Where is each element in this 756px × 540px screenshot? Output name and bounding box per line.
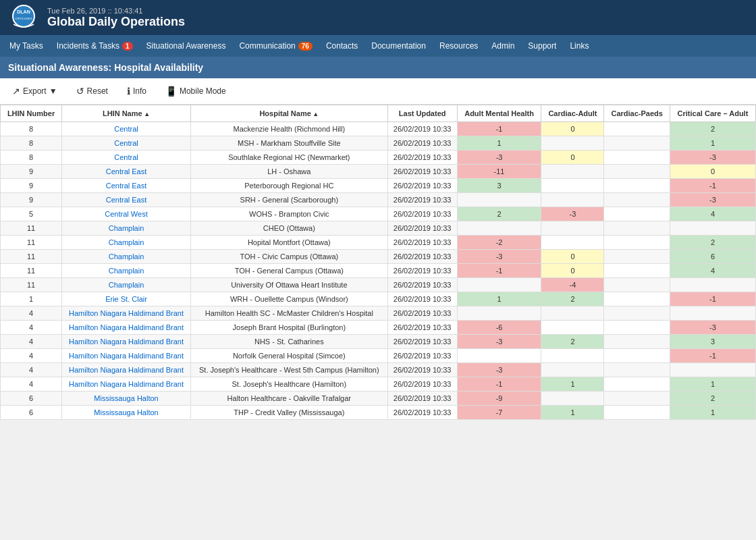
nav-my-tasks-label: My Tasks xyxy=(9,41,43,51)
nav-support[interactable]: Support xyxy=(521,35,563,57)
table-row: 11ChamplainTOH - Civic Campus (Ottawa)26… xyxy=(1,250,756,264)
table-row: 4Hamilton Niagara Haldimand BrantHamilto… xyxy=(1,306,756,321)
nav-situational-awareness[interactable]: Situational Awareness xyxy=(140,35,233,57)
svg-text:DLAN: DLAN xyxy=(17,9,30,14)
header-title: Global Daily Operations xyxy=(47,15,185,29)
table-row: 6Mississauga HaltonHalton Healthcare - O… xyxy=(1,392,756,406)
table-row: 8CentralSouthlake Regional HC (Newmarket… xyxy=(1,151,756,165)
app-logo: DLAN CRITICLINKS xyxy=(7,4,40,31)
col-lhin-name[interactable]: LHIN Name xyxy=(62,105,191,122)
reset-button[interactable]: ↺ Reset xyxy=(72,84,112,99)
table-row: 11ChamplainCHEO (Ottawa)26/02/2019 10:33 xyxy=(1,221,756,236)
export-label: Export xyxy=(23,86,47,96)
table-row: 4Hamilton Niagara Haldimand BrantJoseph … xyxy=(1,321,756,335)
nav-contacts-label: Contacts xyxy=(326,41,358,51)
mobile-icon: 📱 xyxy=(165,86,177,97)
nav-situational-label: Situational Awareness xyxy=(146,41,226,51)
table-row: 9Central EastSRH - General (Scarborough)… xyxy=(1,193,756,207)
table-row: 11ChamplainTOH - General Campus (Ottawa)… xyxy=(1,264,756,278)
mobile-mode-button[interactable]: 📱 Mobile Mode xyxy=(161,84,230,99)
header-datetime: Tue Feb 26, 2019 :: 10:43:41 xyxy=(47,7,185,15)
table-row: 5Central WestWOHS - Brampton Civic26/02/… xyxy=(1,207,756,221)
info-label: Info xyxy=(133,86,146,96)
col-cardiac-paeds[interactable]: Cardiac-Paeds xyxy=(604,105,670,122)
col-last-updated[interactable]: Last Updated xyxy=(387,105,457,122)
incidents-badge: 1 xyxy=(122,42,133,51)
page-title-bar: Situational Awareness: Hospital Availabi… xyxy=(0,57,756,78)
table-row: 11ChamplainHopital Montfort (Ottawa)26/0… xyxy=(1,236,756,250)
export-icon: ↗ xyxy=(12,86,20,97)
table-header-row: LHIN Number LHIN Name Hospital Name Last… xyxy=(1,105,756,122)
info-icon: ℹ xyxy=(127,86,130,97)
info-button[interactable]: ℹ Info xyxy=(123,84,151,99)
data-table: LHIN Number LHIN Name Hospital Name Last… xyxy=(0,105,756,420)
col-adult-mental-health[interactable]: Adult Mental Health xyxy=(457,105,541,122)
reset-icon: ↺ xyxy=(76,86,84,97)
nav-links[interactable]: Links xyxy=(563,35,595,57)
communication-badge: 76 xyxy=(298,42,313,51)
table-row: 4Hamilton Niagara Haldimand BrantSt. Jos… xyxy=(1,377,756,392)
table-row: 4Hamilton Niagara Haldimand BrantNHS - S… xyxy=(1,335,756,349)
app-header: DLAN CRITICLINKS Tue Feb 26, 2019 :: 10:… xyxy=(0,0,756,35)
nav-incidents-label: Incidents & Tasks xyxy=(57,41,119,51)
table-row: 4Hamilton Niagara Haldimand BrantSt. Jos… xyxy=(1,363,756,377)
toolbar: ↗ Export ▼ ↺ Reset ℹ Info 📱 Mobile Mode xyxy=(0,78,756,105)
page-title: Situational Awareness: Hospital Availabi… xyxy=(8,62,203,73)
nav-support-label: Support xyxy=(528,41,556,51)
table-row: 6Mississauga HaltonTHP - Credit Valley (… xyxy=(1,406,756,420)
col-cardiac-adult[interactable]: Cardiac-Adult xyxy=(541,105,604,122)
table-row: 8CentralMSH - Markham Stouffville Site26… xyxy=(1,136,756,151)
mobile-label: Mobile Mode xyxy=(180,86,226,96)
table-row: 9Central EastLH - Oshawa26/02/2019 10:33… xyxy=(1,165,756,179)
nav-admin-label: Admin xyxy=(491,41,514,51)
svg-point-0 xyxy=(13,5,34,27)
export-chevron-icon: ▼ xyxy=(49,86,57,96)
nav-my-tasks[interactable]: My Tasks xyxy=(3,35,50,57)
nav-incidents-tasks[interactable]: Incidents & Tasks 1 xyxy=(50,35,140,57)
col-lhin-number[interactable]: LHIN Number xyxy=(1,105,62,122)
nav-communication-label: Communication xyxy=(239,41,295,51)
nav-documentation-label: Documentation xyxy=(371,41,426,51)
table-row: 8CentralMackenzie Health (Richmond Hill)… xyxy=(1,122,756,136)
nav-resources-label: Resources xyxy=(439,41,478,51)
table-row: 9Central EastPeterborough Regional HC26/… xyxy=(1,179,756,193)
table-row: 1Erie St. ClairWRH - Ouellette Campus (W… xyxy=(1,292,756,306)
nav-communication[interactable]: Communication 76 xyxy=(232,35,319,57)
col-critical-care-adult[interactable]: Critical Care – Adult xyxy=(670,105,755,122)
col-hospital-name[interactable]: Hospital Name xyxy=(190,105,387,122)
nav-admin[interactable]: Admin xyxy=(485,35,521,57)
table-row: 11ChamplainUniversity Of Ottawa Heart In… xyxy=(1,278,756,292)
main-navigation: My Tasks Incidents & Tasks 1 Situational… xyxy=(0,35,756,57)
nav-contacts[interactable]: Contacts xyxy=(319,35,364,57)
table-body: 8CentralMackenzie Health (Richmond Hill)… xyxy=(1,122,756,420)
svg-text:CRITICLINKS: CRITICLINKS xyxy=(16,17,32,20)
reset-label: Reset xyxy=(87,86,108,96)
hospital-availability-table: LHIN Number LHIN Name Hospital Name Last… xyxy=(0,105,756,420)
export-button[interactable]: ↗ Export ▼ xyxy=(8,84,61,99)
nav-links-label: Links xyxy=(570,41,589,51)
table-row: 4Hamilton Niagara Haldimand BrantNorfolk… xyxy=(1,349,756,363)
nav-documentation[interactable]: Documentation xyxy=(364,35,433,57)
header-text: Tue Feb 26, 2019 :: 10:43:41 Global Dail… xyxy=(47,7,185,29)
nav-resources[interactable]: Resources xyxy=(433,35,485,57)
